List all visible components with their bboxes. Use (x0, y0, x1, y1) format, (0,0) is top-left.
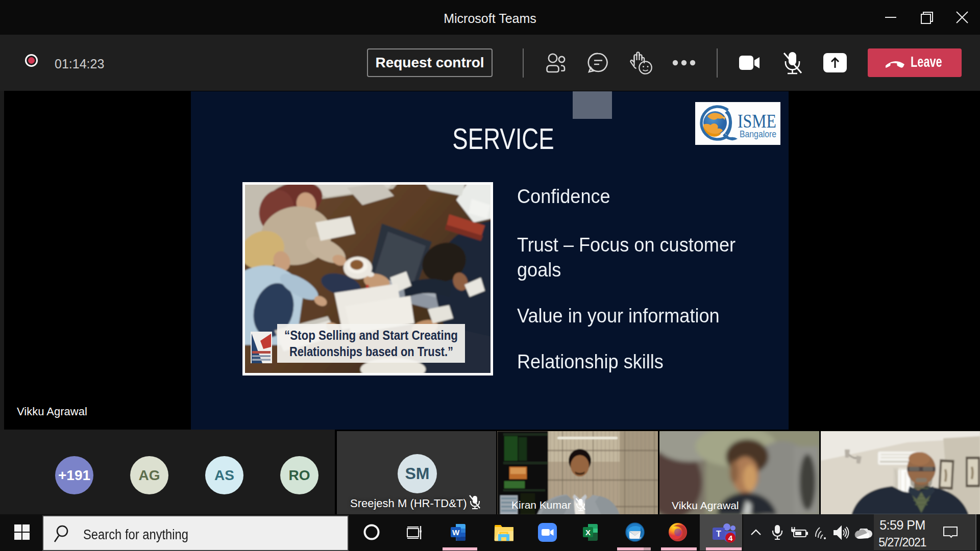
svg-text:X: X (585, 528, 591, 537)
svg-text:Bangalore: Bangalore (740, 129, 776, 139)
svg-text:Kiran Kumar: Kiran Kumar (511, 499, 571, 511)
svg-text:ISME: ISME (738, 110, 776, 132)
svg-text:Relationships based on Trust.”: Relationships based on Trust.” (289, 344, 453, 359)
svg-text:4: 4 (728, 534, 733, 542)
svg-text:W: W (452, 528, 460, 537)
svg-text:Vikku Agrawal: Vikku Agrawal (672, 499, 739, 511)
svg-text:“Stop Selling and Start Creati: “Stop Selling and Start Creating (284, 328, 458, 343)
svg-text:T: T (716, 530, 721, 538)
